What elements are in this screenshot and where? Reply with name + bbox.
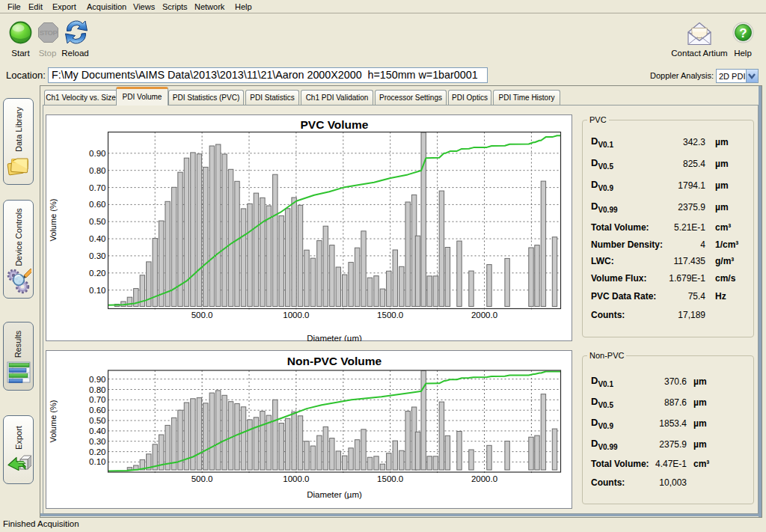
svg-text:0.10: 0.10: [89, 457, 105, 466]
svg-text:PVC Volume: PVC Volume: [300, 118, 368, 131]
svg-text:0.50: 0.50: [89, 416, 105, 425]
svg-text:2000.0: 2000.0: [471, 311, 497, 319]
svg-text:Volume (%): Volume (%): [49, 199, 58, 242]
svg-text:Diameter (µm): Diameter (µm): [307, 334, 362, 341]
svg-text:1500.0: 1500.0: [377, 311, 403, 319]
svg-text:0.20: 0.20: [89, 269, 105, 278]
svg-text:Diameter (µm): Diameter (µm): [307, 490, 362, 499]
svg-text:0.30: 0.30: [89, 251, 105, 260]
svg-text:500.0: 500.0: [192, 311, 213, 319]
svg-text:0.30: 0.30: [89, 437, 105, 446]
svg-text:0.10: 0.10: [89, 286, 105, 295]
svg-text:1000.0: 1000.0: [283, 311, 309, 319]
svg-text:STOP: STOP: [40, 28, 58, 37]
svg-text:0.60: 0.60: [89, 200, 105, 209]
svg-text:500.0: 500.0: [192, 474, 213, 483]
svg-text:0.70: 0.70: [89, 183, 105, 192]
svg-text:1500.0: 1500.0: [377, 474, 403, 483]
svg-text:Volume (%): Volume (%): [49, 400, 58, 443]
svg-text:0.40: 0.40: [89, 234, 105, 243]
svg-text:?: ?: [739, 26, 747, 40]
svg-text:0.80: 0.80: [89, 385, 105, 394]
svg-text:1000.0: 1000.0: [283, 474, 309, 483]
svg-text:0.70: 0.70: [89, 395, 105, 404]
svg-text:Non-PVC Volume: Non-PVC Volume: [287, 355, 382, 367]
svg-text:0.80: 0.80: [89, 166, 105, 175]
svg-text:0.40: 0.40: [89, 426, 105, 435]
svg-text:0.20: 0.20: [89, 447, 105, 456]
svg-text:0.90: 0.90: [89, 149, 105, 158]
svg-text:0.60: 0.60: [89, 406, 105, 415]
svg-text:2000.0: 2000.0: [471, 474, 497, 483]
svg-text:0.90: 0.90: [89, 375, 105, 384]
svg-text:0.50: 0.50: [89, 217, 105, 226]
